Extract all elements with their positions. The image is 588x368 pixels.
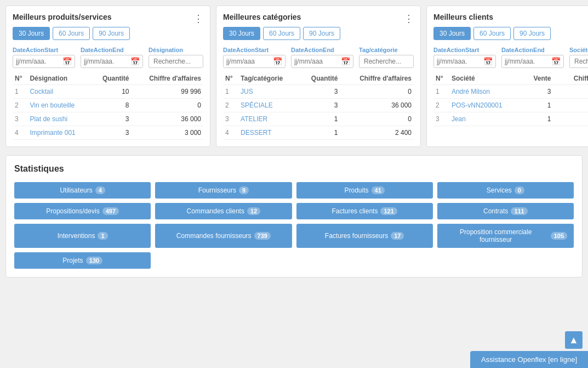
clients-card: Meilleurs clients ⋮ 30 Jours 60 Jours 90…	[426, 5, 588, 147]
row-qty: 3	[92, 112, 131, 126]
stat-badge: 41	[372, 186, 385, 194]
stats-empty-cell	[296, 252, 433, 269]
products-search-input[interactable]	[149, 55, 203, 68]
clients-date-end-input[interactable]	[505, 58, 551, 65]
row-label[interactable]: Plat de sushi	[27, 112, 92, 126]
interventions-btn[interactable]: Interventions 1	[14, 224, 151, 248]
categories-card-menu[interactable]: ⋮	[404, 13, 414, 25]
row-label[interactable]: POS-vNN200001	[449, 99, 524, 112]
stat-badge: 1	[98, 232, 107, 240]
clients-search-wrap	[569, 55, 588, 68]
stat-label: Commandes fournisseurs	[176, 232, 252, 240]
clients-day-30[interactable]: 30 Jours	[433, 27, 471, 40]
commandes-clients-btn[interactable]: Commandes clients 12	[155, 203, 292, 219]
categories-date-end-calendar-icon[interactable]: 📅	[341, 57, 350, 66]
products-col-ca: Chiffre d'affaires	[132, 72, 203, 85]
stat-badge: 9	[239, 186, 249, 194]
categories-filters: DateActionStart 📅 DateActionEnd 📅 Tag/ca…	[223, 47, 414, 68]
propositions-btn[interactable]: Propositions/devis 497	[14, 203, 151, 219]
clients-search-group: Société	[569, 47, 588, 68]
stats-section: Statistiques Utilisateurs 4Fournisseurs …	[5, 155, 583, 278]
products-table: N° Désignation Quantité Chiffre d'affair…	[13, 72, 203, 140]
row-label[interactable]: ATELIER	[238, 112, 299, 126]
services-btn[interactable]: Services 0	[437, 182, 574, 199]
products-date-start-calendar-icon[interactable]: 📅	[62, 57, 72, 66]
categories-day-60[interactable]: 60 Jours	[263, 27, 300, 40]
row-num: 2	[13, 99, 27, 112]
stats-grid: Utilisateurs 4Fournisseurs 9Produits 41S…	[14, 182, 574, 269]
row-qty: 3	[299, 85, 340, 99]
categories-col-tag: Tag/catégorie	[238, 72, 299, 85]
utilisateurs-btn[interactable]: Utilisateurs 4	[14, 182, 151, 199]
stat-label: Fournisseurs	[198, 186, 236, 194]
row-ca: 2 400	[340, 126, 414, 140]
categories-date-end-input[interactable]	[294, 58, 341, 65]
clients-day-90[interactable]: 90 Jours	[513, 27, 551, 40]
row-label[interactable]: André Milson	[449, 85, 524, 99]
categories-date-start-calendar-icon[interactable]: 📅	[273, 57, 282, 66]
table-row: 4 DESSERT 1 2 400	[223, 126, 414, 140]
factures-fournisseurs-btn[interactable]: Factures fournisseurs 17	[296, 224, 433, 248]
row-label[interactable]: Imprimante 001	[27, 126, 92, 140]
commandes-fournisseurs-btn[interactable]: Commandes fournisseurs 739	[155, 224, 292, 248]
clients-search-input[interactable]	[569, 55, 588, 68]
fournisseurs-btn[interactable]: Fournisseurs 9	[155, 182, 292, 199]
stat-label: Factures clients	[332, 207, 378, 215]
proposition-commerciale-btn[interactable]: Proposition commerciale fournisseur 105	[437, 224, 574, 248]
row-label[interactable]: Cocktail	[27, 85, 92, 99]
row-num: 1	[433, 85, 449, 99]
contrats-btn[interactable]: Contrats 111	[437, 203, 574, 219]
products-date-start-input[interactable]	[16, 58, 62, 65]
stat-label: Services	[487, 186, 512, 194]
clients-date-start-calendar-icon[interactable]: 📅	[483, 57, 493, 66]
row-label[interactable]: DESSERT	[238, 126, 299, 140]
row-qty: 1	[299, 126, 340, 140]
stats-empty-cell	[437, 252, 574, 269]
clients-date-end-calendar-icon[interactable]: 📅	[551, 57, 561, 66]
products-card-menu[interactable]: ⋮	[193, 13, 203, 25]
row-label[interactable]: JUS	[238, 85, 299, 99]
stat-label: Utilisateurs	[60, 186, 92, 194]
stat-badge: 0	[515, 186, 524, 194]
clients-card-title: Meilleurs clients	[433, 13, 588, 21]
products-day-60[interactable]: 60 Jours	[53, 27, 90, 40]
factures-clients-btn[interactable]: Factures clients 121	[296, 203, 433, 219]
categories-date-start-wrap: 📅	[223, 55, 286, 68]
clients-date-end-label: DateActionEnd	[501, 47, 564, 53]
table-row: 2 POS-vNN200001 1 38 400	[433, 99, 588, 112]
products-days-buttons: 30 Jours 60 Jours 90 Jours	[13, 27, 203, 40]
categories-day-90[interactable]: 90 Jours	[303, 27, 340, 40]
clients-date-start-input[interactable]	[437, 58, 483, 65]
row-ca: 0	[340, 85, 414, 99]
row-label[interactable]: Jean	[449, 112, 524, 126]
products-search-wrap	[149, 55, 203, 68]
categories-search-group: Tag/catégorie	[359, 47, 414, 68]
table-row: 1 André Milson 3 101 556	[433, 85, 588, 99]
categories-search-label: Tag/catégorie	[359, 47, 414, 53]
produits-btn[interactable]: Produits 41	[296, 182, 433, 199]
row-qty: 3	[299, 99, 340, 112]
categories-search-input[interactable]	[359, 55, 414, 68]
stat-label: Propositions/devis	[46, 207, 99, 215]
table-row: 3 Jean 1 3 000	[433, 112, 588, 126]
categories-col-n: N°	[223, 72, 238, 85]
products-date-end-input[interactable]	[84, 58, 130, 65]
products-date-end-calendar-icon[interactable]: 📅	[130, 57, 140, 66]
categories-date-start-input[interactable]	[226, 58, 273, 65]
projets-btn[interactable]: Projets 130	[14, 252, 151, 269]
row-label[interactable]: SPÉCIALE	[238, 99, 299, 112]
stat-badge: 497	[102, 207, 119, 215]
table-row: 1 JUS 3 0	[223, 85, 414, 99]
stats-title: Statistiques	[14, 164, 574, 174]
stat-badge: 105	[551, 232, 567, 240]
products-day-90[interactable]: 90 Jours	[93, 27, 130, 40]
row-label[interactable]: Vin en bouteille	[27, 99, 92, 112]
clients-day-60[interactable]: 60 Jours	[473, 27, 511, 40]
row-qty: 1	[524, 99, 553, 112]
categories-day-30[interactable]: 30 Jours	[223, 27, 260, 40]
stat-label: Proposition commerciale fournisseur	[444, 228, 548, 244]
products-day-30[interactable]: 30 Jours	[13, 27, 50, 40]
stat-badge: 111	[511, 207, 527, 215]
categories-date-start-label: DateActionStart	[223, 47, 286, 53]
clients-date-end-group: DateActionEnd 📅	[501, 47, 564, 68]
